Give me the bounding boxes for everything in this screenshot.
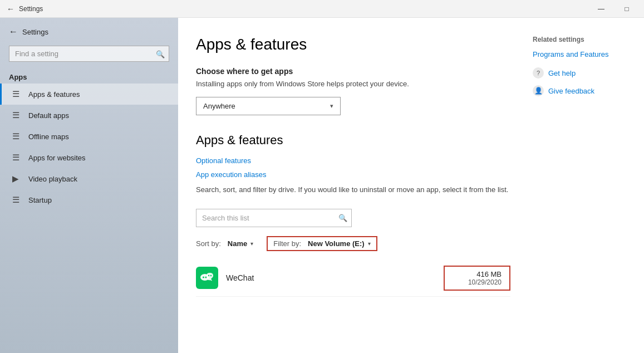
sort-control[interactable]: Sort by: Name ▾ [196, 239, 253, 248]
app-item-wechat[interactable]: WeChat 416 MB 10/29/2020 [196, 260, 510, 297]
titlebar-left: ← Settings [7, 4, 43, 13]
svg-point-4 [208, 275, 209, 276]
search-input[interactable] [9, 46, 169, 62]
search-icon: 🔍 [156, 50, 165, 58]
wechat-svg [197, 268, 217, 288]
wechat-app-size: 416 MB [476, 270, 502, 278]
apps-features-section-title: Apps & features [196, 133, 510, 148]
apps-features-icon: ☰ [11, 89, 21, 99]
content: Apps & features Choose where to get apps… [178, 18, 644, 353]
content-main: Apps & features Choose where to get apps… [178, 18, 533, 353]
filter-control[interactable]: Filter by: New Volume (E:) ▾ [267, 236, 377, 251]
sidebar-item-label: Default apps [28, 111, 169, 120]
video-playback-icon: ▶ [11, 174, 21, 184]
apps-description: Search, sort, and filter by drive. If yo… [196, 184, 510, 195]
sidebar-item-startup[interactable]: ☰ Startup [0, 189, 178, 210]
give-feedback-action[interactable]: 👤 Give feedback [533, 85, 631, 96]
sidebar-back-button[interactable]: ← Settings [0, 18, 178, 41]
programs-features-link[interactable]: Programs and Features [533, 50, 631, 58]
get-help-icon: ? [533, 67, 544, 79]
right-sidebar: Related settings Programs and Features ?… [533, 18, 644, 353]
filter-chevron-icon: ▾ [368, 241, 371, 247]
svg-point-3 [205, 277, 207, 278]
search-box: 🔍 [196, 209, 352, 227]
svg-point-5 [210, 275, 212, 276]
apps-websites-icon: ☰ [11, 153, 21, 163]
anywhere-dropdown[interactable]: Anywhere ▾ [196, 97, 341, 115]
sidebar-item-apps-websites[interactable]: ☰ Apps for websites [0, 147, 178, 168]
search-list-icon: 🔍 [338, 214, 347, 222]
titlebar: ← Settings — □ [0, 0, 644, 18]
titlebar-title: Settings [19, 5, 43, 13]
back-arrow-icon[interactable]: ← [7, 4, 14, 13]
sidebar-item-label: Video playback [28, 175, 169, 183]
page-title: Apps & features [196, 36, 510, 53]
back-arrow-icon: ← [9, 27, 18, 37]
sidebar-item-offline-maps[interactable]: ☰ Offline maps [0, 126, 178, 147]
filter-value: New Volume (E:) [308, 239, 365, 248]
wechat-app-icon [196, 267, 218, 289]
choose-where-helper: Installing apps only from Windows Store … [196, 79, 510, 89]
maximize-button[interactable]: □ [614, 0, 640, 18]
svg-point-2 [203, 277, 204, 278]
chevron-down-icon: ▾ [330, 102, 333, 110]
sidebar-item-label: Startup [28, 196, 169, 204]
sort-label: Sort by: [196, 239, 221, 248]
sidebar-item-label: Apps for websites [28, 154, 169, 162]
minimize-button[interactable]: — [588, 0, 614, 18]
sort-chevron-icon: ▾ [250, 241, 253, 247]
offline-maps-icon: ☰ [11, 131, 21, 141]
search-this-list-input[interactable] [196, 209, 352, 227]
related-settings-label: Related settings [533, 36, 631, 43]
give-feedback-icon: 👤 [533, 85, 544, 96]
sidebar-item-label: Apps & features [28, 90, 169, 99]
choose-where-heading: Choose where to get apps [196, 67, 510, 76]
wechat-app-date: 10/29/2020 [468, 278, 502, 286]
sidebar-section-label: Apps [0, 68, 178, 84]
titlebar-controls: — □ [588, 0, 640, 18]
get-help-action[interactable]: ? Get help [533, 67, 631, 79]
dropdown-value: Anywhere [203, 102, 235, 110]
default-apps-icon: ☰ [11, 110, 21, 120]
wechat-app-name: WeChat [226, 273, 436, 282]
give-feedback-label: Give feedback [548, 87, 594, 95]
choose-where-section: Choose where to get apps Installing apps… [196, 67, 510, 115]
sort-value: Name [228, 239, 247, 248]
sidebar-item-label: Offline maps [28, 133, 169, 141]
app-body: ← Settings 🔍 Apps ☰ Apps & features ☰ De… [0, 18, 644, 353]
sidebar-search: 🔍 [9, 46, 169, 62]
filter-label: Filter by: [273, 239, 301, 248]
optional-features-link[interactable]: Optional features [196, 156, 510, 165]
sidebar-item-apps-features[interactable]: ☰ Apps & features [0, 84, 178, 105]
sidebar-item-video-playback[interactable]: ▶ Video playback [0, 168, 178, 189]
sidebar-back-label: Settings [22, 28, 48, 36]
app-execution-aliases-link[interactable]: App execution aliases [196, 170, 510, 179]
get-help-label: Get help [548, 69, 576, 77]
sidebar: ← Settings 🔍 Apps ☰ Apps & features ☰ De… [0, 18, 178, 353]
sidebar-item-default-apps[interactable]: ☰ Default apps [0, 105, 178, 126]
startup-icon: ☰ [11, 195, 21, 205]
apps-features-section: Apps & features Optional features App ex… [196, 133, 510, 297]
wechat-app-meta: 416 MB 10/29/2020 [444, 266, 510, 291]
sort-filter-row: Sort by: Name ▾ Filter by: New Volume (E… [196, 236, 510, 251]
